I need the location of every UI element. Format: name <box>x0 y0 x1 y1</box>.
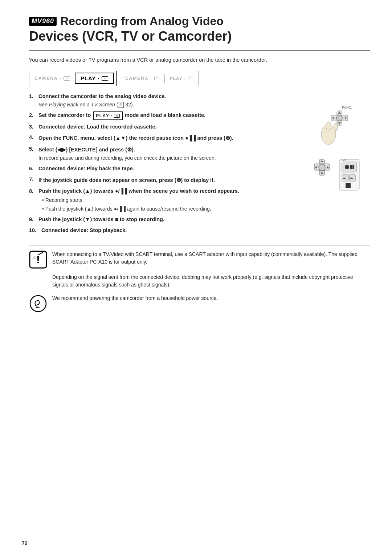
ref-symbol: ⊞ <box>118 102 124 108</box>
mode-camera-tape: CAMERA · ∞ <box>29 74 75 83</box>
svg-point-3 <box>336 115 342 121</box>
step-2-content: Set the camcorder to PLAY·∞ mode and loa… <box>38 111 309 120</box>
step-7-content: If the joystick guide does not appear on… <box>38 176 309 184</box>
title-line1: MV960 Recording from Analog Video <box>29 15 370 28</box>
play-single-icon: □ <box>188 77 193 80</box>
step-1-sub: See Playing Back on a TV Screen (⊞ 32). <box>38 101 309 109</box>
intro-text: You can record videos or TV programs fro… <box>29 56 370 64</box>
warning-text: When connecting to a TV/Video with SCART… <box>52 251 370 289</box>
page-number: 72 <box>22 540 28 546</box>
step-1-content: Connect the camcorder to the analog vide… <box>38 93 309 109</box>
camera-single-label: CAMERA <box>125 76 149 81</box>
inline-tape-icon: ∞ <box>114 114 120 118</box>
step-10-content: Connected device: Stop playback. <box>41 227 309 235</box>
step-3: 3. Connected device: Load the recorded c… <box>29 123 309 131</box>
svg-rect-30 <box>346 183 351 188</box>
step-8-bullet1: Recording starts. <box>38 196 309 204</box>
step-8: 8. Push the joystick (▲) towards ●/▐▐ wh… <box>29 187 309 213</box>
step-9-num: 9. <box>29 216 38 224</box>
notice-section: ! ⚠ When connecting to a TV/Video with S… <box>29 245 370 313</box>
notice-tip: We recommend powering the camcorder from… <box>29 294 370 313</box>
svg-text:●/II: ●/II <box>342 159 346 161</box>
main-content: 1. Connect the camcorder to the analog v… <box>29 93 309 239</box>
title-line2: Devices (VCR, TV or Camcorder) <box>29 29 370 44</box>
step-1-num: 1. <box>29 93 38 109</box>
step-1-text: Connect the camcorder to the analog vide… <box>38 93 166 99</box>
mode-play-tape-active: PLAY · ∞ <box>75 73 114 84</box>
aside-images: FUNC. <box>312 93 370 239</box>
step-6: 6. Connected device: Play back the tape. <box>29 165 309 173</box>
content-with-aside: 1. Connect the camcorder to the analog v… <box>29 93 370 239</box>
svg-point-13 <box>319 164 325 171</box>
step-7-num: 7. <box>29 176 38 184</box>
step-9: 9. Push the joystick (▼) towards ■ to st… <box>29 216 309 224</box>
step-6-num: 6. <box>29 165 38 173</box>
svg-point-9 <box>326 122 331 130</box>
play-mode-badge: PLAY·∞ <box>93 111 122 120</box>
svg-text:FUNC.: FUNC. <box>342 106 352 109</box>
step-4: 4. Open the FUNC. menu, select (▲▼) the … <box>29 134 309 142</box>
svg-rect-10 <box>334 123 338 131</box>
svg-rect-22 <box>352 165 354 169</box>
step-2: 2. Set the camcorder to PLAY·∞ mode and … <box>29 111 309 120</box>
svg-text:⚠: ⚠ <box>33 255 36 259</box>
step-9-content: Push the joystick (▼) towards ■ to stop … <box>38 216 309 224</box>
title-block: MV960 Recording from Analog Video Device… <box>29 15 370 44</box>
step-5-content: Select (◀▶) [EXECUTE] and press (⊛). In … <box>38 145 309 162</box>
svg-point-36 <box>30 296 46 312</box>
step-10: 10. Connected device: Stop playback. <box>29 227 309 235</box>
svg-point-37 <box>36 307 38 308</box>
notice-warning: ! ⚠ When connecting to a TV/Video with S… <box>29 251 370 289</box>
svg-rect-21 <box>350 165 352 169</box>
play-tape-icon: ∞ <box>102 76 108 81</box>
mode-play-single: PLAY · □ <box>165 74 198 83</box>
step-5: 5. Select (◀▶) [EXECUTE] and press (⊛). … <box>29 145 309 162</box>
mode-camera-single: CAMERA · □ <box>120 74 165 83</box>
step-3-num: 3. <box>29 123 38 131</box>
tip-text: We recommend powering the camcorder from… <box>52 294 370 302</box>
func-diagram: FUNC. <box>312 103 363 147</box>
step-10-num: 10. <box>29 227 41 235</box>
svg-point-20 <box>345 165 349 169</box>
camera-single-icon: □ <box>154 77 159 80</box>
step-5-sub: In record pause and during recording, yo… <box>38 154 309 162</box>
mode-divider <box>116 71 117 86</box>
step-4-num: 4. <box>29 134 38 142</box>
camera-tape-label: CAMERA <box>34 76 58 81</box>
step-1: 1. Connect the camcorder to the analog v… <box>29 93 309 109</box>
title-text-line1: Recording from Analog Video <box>60 15 224 28</box>
mode-bar: CAMERA · ∞ PLAY · ∞ CAMERA · □ PLAY · □ <box>29 71 199 86</box>
step-7: 7. If the joystick guide does not appear… <box>29 176 309 184</box>
mv960-badge: MV960 <box>29 17 57 26</box>
step-8-bullet2: Push the joystick (▲) towards ●/▐▐ again… <box>38 205 309 213</box>
warning-icon: ! ⚠ <box>29 251 47 269</box>
step-6-content: Connected device: Play back the tape. <box>38 165 309 173</box>
step-2-num: 2. <box>29 111 38 120</box>
camera-tape-icon: ∞ <box>64 76 70 81</box>
step-8-content: Push the joystick (▲) towards ●/▐▐ when … <box>38 187 309 213</box>
step-3-content: Connected device: Load the recorded cass… <box>38 123 309 131</box>
play-tape-label: PLAY <box>81 75 96 81</box>
step-8-num: 8. <box>29 187 38 213</box>
steps: 1. Connect the camcorder to the analog v… <box>29 93 309 235</box>
play-single-label: PLAY <box>170 76 183 81</box>
control-diagram: ●/II <box>312 153 363 196</box>
title-divider <box>29 50 370 51</box>
step-5-num: 5. <box>29 145 38 162</box>
tip-icon <box>29 294 47 313</box>
step-4-content: Open the FUNC. menu, select (▲▼) the rec… <box>38 134 309 142</box>
